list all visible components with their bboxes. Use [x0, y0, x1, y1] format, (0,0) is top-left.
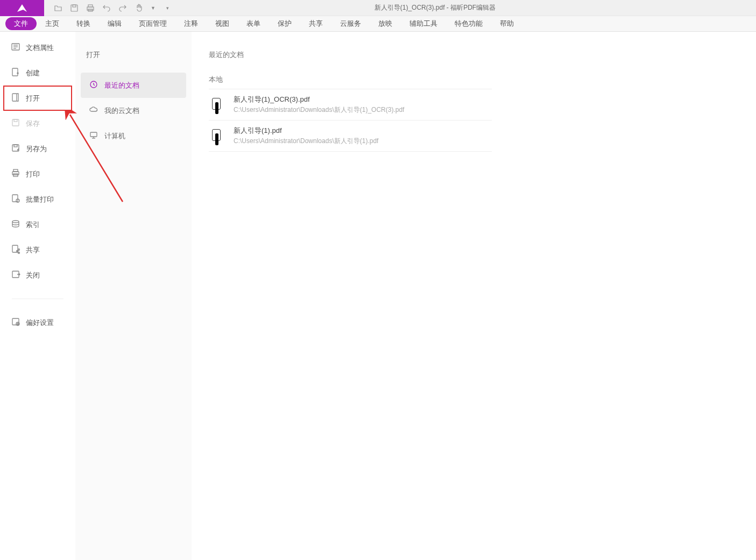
svg-rect-30 — [12, 318, 19, 325]
file-item-label: 索引 — [26, 220, 40, 230]
svg-rect-0 — [71, 5, 77, 11]
file-item-label: 共享 — [26, 245, 40, 255]
quick-access-toolbar: ▼ ▾ — [44, 4, 179, 12]
ribbon-tab-comment[interactable]: 注释 — [175, 17, 207, 31]
window-title: 新人引导(1)_OCR(3).pdf - 福昕PDF编辑器 — [179, 3, 756, 12]
recent-path: C:\Users\Administrator\Downloads\新人引导(1)… — [234, 137, 490, 146]
file-item-open[interactable]: 打开 — [3, 86, 72, 111]
recent-item[interactable]: 新人引导(1)_OCR(3).pdf C:\Users\Administrato… — [209, 89, 492, 120]
print-icon[interactable] — [86, 4, 95, 12]
open-item-cloud[interactable]: 我的云文档 — [81, 98, 186, 123]
svg-rect-20 — [12, 195, 18, 202]
recent-path: C:\Users\Administrator\Downloads\新人引导(1)… — [234, 105, 490, 115]
file-sidebar: 文档属性 创建 打开 保存 另存为 打印 批量打印 索引 — [0, 32, 75, 560]
print-icon — [11, 168, 20, 180]
cloud-icon — [89, 105, 98, 116]
open-item-label: 我的云文档 — [104, 106, 139, 116]
save-icon — [11, 118, 20, 129]
ribbon-tab-protect[interactable]: 保护 — [269, 17, 300, 31]
pdf-file-icon — [211, 97, 223, 113]
open-item-label: 计算机 — [104, 131, 125, 141]
titlebar: ▼ ▾ 新人引导(1)_OCR(3).pdf - 福昕PDF编辑器 — [0, 0, 756, 16]
open-panel-title: 打开 — [81, 39, 186, 73]
properties-icon — [11, 42, 20, 53]
computer-icon — [89, 131, 98, 141]
file-item-label: 创建 — [26, 68, 40, 78]
svg-rect-9 — [12, 68, 18, 76]
ribbon-tab-form[interactable]: 表单 — [238, 17, 269, 31]
file-item-share[interactable]: 共享 — [3, 237, 72, 263]
content-area: 最近的文档 本地 新人引导(1)_OCR(3).pdf C:\Users\Adm… — [192, 32, 756, 560]
file-item-label: 打印 — [26, 169, 40, 179]
open-item-computer[interactable]: 计算机 — [81, 123, 186, 148]
ribbon-tab-cloud[interactable]: 云服务 — [331, 17, 370, 31]
open-item-recent[interactable]: 最近的文档 — [81, 73, 186, 98]
file-item-label: 保存 — [26, 119, 40, 129]
svg-rect-14 — [14, 119, 17, 122]
ribbon-tab-view[interactable]: 视图 — [207, 17, 238, 31]
open-item-label: 最近的文档 — [104, 81, 139, 90]
saveas-icon — [11, 143, 20, 154]
svg-rect-16 — [14, 145, 17, 147]
svg-rect-2 — [88, 5, 93, 7]
recent-list: 新人引导(1)_OCR(3).pdf C:\Users\Administrato… — [209, 89, 492, 152]
recent-name: 新人引导(1).pdf — [234, 126, 490, 136]
file-item-label: 打开 — [26, 94, 40, 103]
svg-rect-23 — [12, 245, 18, 252]
clock-icon — [89, 80, 98, 90]
open-icon[interactable] — [54, 4, 62, 12]
ribbon-tab-features[interactable]: 特色功能 — [446, 17, 491, 31]
file-item-label: 另存为 — [26, 144, 47, 154]
qat-more-icon[interactable]: ▾ — [166, 5, 169, 11]
recent-item[interactable]: 新人引导(1).pdf C:\Users\Administrator\Downl… — [209, 120, 492, 152]
recent-title: 最近的文档 — [209, 50, 739, 60]
svg-point-32 — [17, 323, 18, 324]
create-icon — [11, 67, 20, 79]
file-item-preferences[interactable]: 偏好设置 — [3, 310, 72, 335]
index-icon — [11, 219, 20, 230]
pdf-file-icon — [211, 128, 223, 144]
svg-point-22 — [12, 221, 19, 223]
local-label: 本地 — [209, 75, 739, 84]
redo-icon[interactable] — [118, 4, 127, 12]
svg-rect-13 — [12, 119, 19, 126]
share-icon — [11, 244, 20, 256]
file-item-label: 偏好设置 — [26, 318, 54, 328]
file-item-properties[interactable]: 文档属性 — [3, 35, 72, 60]
open-panel: 打开 最近的文档 我的云文档 计算机 — [75, 32, 192, 560]
ribbon-tab-page[interactable]: 页面管理 — [130, 17, 175, 31]
ribbon-tab-file[interactable]: 文件 — [5, 17, 37, 30]
ribbon-tab-edit[interactable]: 编辑 — [99, 17, 130, 31]
file-item-index[interactable]: 索引 — [3, 212, 72, 237]
file-item-close[interactable]: 关闭 — [3, 263, 72, 288]
file-divider — [12, 299, 63, 299]
ribbon-tab-home[interactable]: 主页 — [37, 17, 68, 31]
hand-icon[interactable] — [135, 4, 143, 12]
hand-dropdown-icon[interactable]: ▼ — [151, 5, 156, 11]
file-item-save: 保存 — [3, 111, 72, 136]
ribbon-tab-accessibility[interactable]: 辅助工具 — [401, 17, 446, 31]
file-item-create[interactable]: 创建 — [3, 60, 72, 86]
ribbon-tab-convert[interactable]: 转换 — [68, 17, 99, 31]
app-logo[interactable] — [0, 0, 44, 16]
save-icon[interactable] — [70, 4, 79, 12]
ribbon-tab-present[interactable]: 放映 — [370, 17, 401, 31]
ribbon-tab-help[interactable]: 帮助 — [491, 17, 522, 31]
ribbon-tab-share[interactable]: 共享 — [300, 17, 331, 31]
preferences-icon — [11, 317, 20, 328]
undo-icon[interactable] — [102, 4, 111, 12]
close-icon — [11, 270, 20, 281]
file-item-label: 关闭 — [26, 271, 40, 280]
file-item-batchprint[interactable]: 批量打印 — [3, 187, 72, 212]
file-item-label: 文档属性 — [26, 43, 54, 53]
file-item-saveas[interactable]: 另存为 — [3, 136, 72, 161]
file-item-label: 批量打印 — [26, 195, 54, 204]
svg-rect-1 — [73, 5, 76, 7]
open-icon — [11, 93, 20, 104]
svg-rect-12 — [12, 94, 17, 101]
ribbon-tabs: 文件 主页 转换 编辑 页面管理 注释 视图 表单 保护 共享 云服务 放映 辅… — [0, 16, 756, 32]
file-item-print[interactable]: 打印 — [3, 161, 72, 187]
batchprint-icon — [11, 194, 20, 205]
recent-name: 新人引导(1)_OCR(3).pdf — [234, 95, 490, 104]
svg-rect-34 — [90, 132, 97, 137]
